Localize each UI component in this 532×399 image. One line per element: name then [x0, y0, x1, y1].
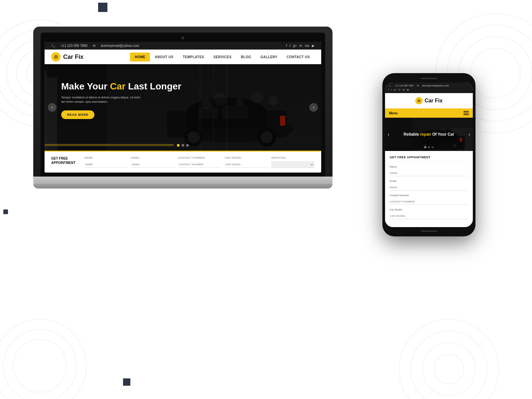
logo-text: Car Fix: [63, 54, 83, 61]
field-car-model: Car Model: [224, 156, 268, 168]
hamburger-line-2: [464, 113, 469, 113]
phone-screen: 📞 +11 123 456 7890 ✉ dummyemail@yahoo.co…: [385, 82, 473, 227]
header-email: dummyemail@yahoo.com: [101, 44, 139, 48]
nav-contact[interactable]: CONTACT US: [282, 53, 315, 62]
nav-templates[interactable]: TEMPLATES: [178, 53, 209, 62]
phone-hero-title: Reliable repair Of Your Car: [385, 132, 473, 137]
hero-prev-arrow[interactable]: ‹: [48, 103, 57, 112]
phone-field-car: Car Model: [390, 208, 468, 219]
hamburger-line-1: [464, 111, 469, 112]
svg-point-12: [399, 319, 499, 399]
phone-phone-number: +11 123 456 7890: [395, 84, 414, 87]
phone-logo: ⚙ Car Fix: [415, 97, 443, 104]
phone-social-icons: f t g+ in rss ▶: [388, 88, 469, 91]
twitter-icon: t: [290, 44, 291, 48]
facebook-icon: f: [286, 44, 287, 48]
phone-menu-bar[interactable]: Menu: [385, 108, 473, 118]
phone-field-car-input[interactable]: [390, 213, 468, 219]
phone-li-icon: in: [398, 88, 400, 91]
field-name-input[interactable]: [84, 162, 128, 168]
field-services-label: Services: [271, 156, 315, 159]
field-services-select[interactable]: [271, 161, 315, 168]
hero-content: Make Your Car Last Longer Tempor incidid…: [61, 81, 182, 119]
hero-dot-2[interactable]: [182, 144, 184, 147]
field-email-label: Email: [131, 156, 174, 159]
phone-field-contact-label: Contact Number: [390, 194, 468, 197]
hero-title-plain: Make Your: [61, 81, 110, 91]
phone-field-email-input[interactable]: [390, 185, 468, 191]
field-email-input[interactable]: [131, 162, 174, 168]
deco-square-3: [3, 209, 8, 214]
svg-point-15: [434, 354, 464, 384]
laptop-base: [33, 177, 332, 184]
field-contact: Contact Number: [178, 156, 221, 168]
deco-circles-bottom-left: [0, 313, 93, 399]
hamburger-icon[interactable]: [464, 111, 469, 115]
phone-contact-row: 📞 +11 123 456 7890 ✉ dummyemail@yahoo.co…: [388, 84, 469, 87]
laptop-mockup: 📞 +11 123 456 7890 ✉ dummyemail@yahoo.co…: [33, 27, 332, 189]
field-name: Name: [84, 156, 128, 168]
phone-rss-icon: rss: [402, 88, 405, 91]
laptop-camera: [182, 37, 184, 39]
main-navigation[interactable]: HOME ABOUT US TEMPLATES SERVICES BLOG GA…: [130, 53, 315, 62]
phone-appointment-section: GET FREE APPOINTMENT Name Email Contact …: [385, 151, 473, 227]
deco-square-4: [123, 378, 130, 386]
logo-icon: ⚙: [51, 52, 61, 62]
phone-hero-prev[interactable]: ‹: [388, 132, 389, 137]
deco-square-1: [98, 3, 107, 12]
laptop-foot: [33, 184, 332, 189]
phone-hero-content: Reliable repair Of Your Car: [385, 132, 473, 137]
gplus-icon: g+: [293, 44, 297, 48]
phone-field-name-input[interactable]: [390, 170, 468, 176]
phone-logo-icon: ⚙: [415, 97, 423, 104]
phone-mockup: 📞 +11 123 456 7890 ✉ dummyemail@yahoo.co…: [382, 73, 475, 236]
phone-field-name: Name: [390, 165, 468, 176]
svg-point-11: [13, 339, 66, 392]
nav-blog[interactable]: BLOG: [236, 53, 256, 62]
linkedin-icon: in: [300, 44, 302, 48]
nav-about[interactable]: ABOUT US: [150, 53, 178, 62]
hero-next-arrow[interactable]: ›: [309, 103, 318, 112]
hero-title: Make Your Car Last Longer: [61, 81, 182, 92]
field-contact-label: Contact Number: [178, 156, 221, 159]
hero-section: Make Your Car Last Longer Tempor incidid…: [45, 64, 321, 151]
nav-services[interactable]: SERVICES: [209, 53, 236, 62]
hero-dot-3[interactable]: [186, 144, 189, 147]
phone-hero-next[interactable]: ›: [468, 132, 470, 137]
phone-icon: 📞: [51, 44, 55, 48]
phone-speaker: [421, 78, 437, 79]
field-contact-input[interactable]: [178, 162, 221, 168]
hero-dot-1[interactable]: [177, 144, 180, 147]
site-nav-bar: ⚙ Car Fix HOME ABOUT US TEMPLATES SERVIC…: [45, 50, 321, 64]
nav-home[interactable]: HOME: [130, 53, 150, 62]
phone-field-email: Email: [390, 180, 468, 191]
phone-menu-label: Menu: [389, 111, 398, 115]
appointment-label: GET FREEAPPOINTMENT: [51, 156, 78, 165]
phone-field-car-label: Car Model: [390, 208, 468, 211]
phone-gear-icon: ⚙: [417, 99, 421, 103]
phone-logo-text: Car Fix: [425, 98, 443, 104]
phone-tw-icon: t: [391, 88, 392, 91]
field-services: Services: [271, 156, 315, 168]
deco-circles-bottom-right: [392, 313, 505, 399]
nav-gallery[interactable]: GALLERY: [256, 53, 282, 62]
site-logo: ⚙ Car Fix: [51, 52, 83, 62]
appointment-form: Name Email Contact Number Car Model: [84, 156, 315, 168]
svg-point-14: [422, 342, 475, 396]
phone-field-email-label: Email: [390, 180, 468, 183]
read-more-button[interactable]: READ MORE: [61, 110, 94, 119]
rss-icon: rss: [305, 44, 309, 48]
phone-phone-icon: 📞: [388, 84, 391, 87]
phone-email-icon: ✉: [417, 84, 419, 87]
field-email: Email: [131, 156, 174, 168]
phone-header-top: 📞 +11 123 456 7890 ✉ dummyemail@yahoo.co…: [385, 82, 473, 93]
youtube-icon: ▶: [312, 44, 315, 48]
phone-yt-icon: ▶: [407, 88, 409, 91]
phone-fb-icon: f: [388, 88, 389, 91]
phone-gp-icon: g+: [394, 88, 396, 91]
phone-bottom-bar: [421, 230, 437, 232]
field-car-model-input[interactable]: [224, 162, 268, 168]
phone-field-contact-input[interactable]: [390, 199, 468, 205]
header-social: f t g+ in rss ▶: [286, 44, 315, 48]
field-car-model-label: Car Model: [224, 156, 268, 159]
